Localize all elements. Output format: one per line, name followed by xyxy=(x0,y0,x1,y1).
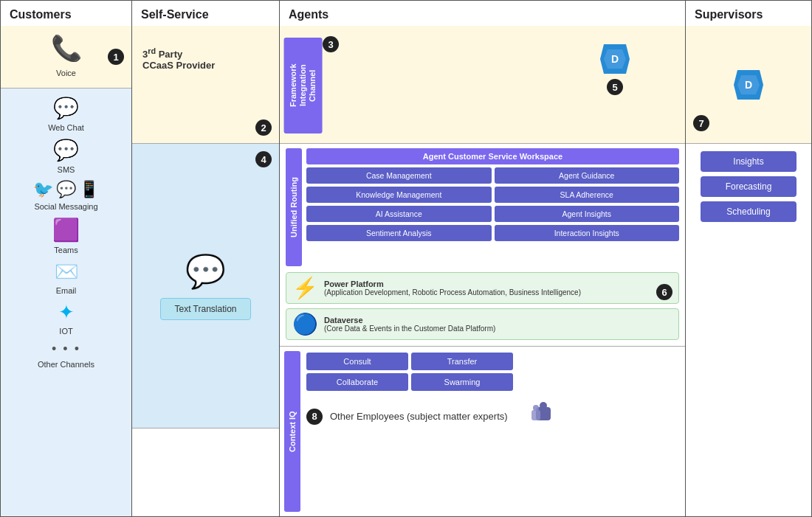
iot-label: IOT xyxy=(59,327,72,336)
social-icons-row: 🐦 💬 📱 xyxy=(33,180,99,199)
supervisors-column: Supervisors D 7 Insights Forecasting Sch… xyxy=(686,1,811,516)
cell-agent-guidance: Agent Guidance xyxy=(495,167,680,184)
unified-routing-bar: Unified Routing xyxy=(286,148,302,266)
workspace-row-4: Sentiment Analysis Interaction Insights xyxy=(306,225,679,241)
cell-knowledge-management: Knowledge Management xyxy=(306,187,492,203)
badge-6: 6 xyxy=(656,284,672,300)
svg-text:D: D xyxy=(745,79,752,91)
customers-title: Customers xyxy=(1,1,131,26)
social-messaging-label: Social Messaging xyxy=(34,202,97,211)
dataverse-title: Dataverse xyxy=(324,316,495,325)
other-employees-area: Consult Transfer Collaborate Swarming 8 … xyxy=(300,347,685,516)
dataverse-section: 🔵 Dataverse (Core Data & Events in the C… xyxy=(286,308,679,340)
cell-sentiment-analysis: Sentiment Analysis xyxy=(306,225,492,241)
agents-column: Agents Channel Integration Framework 3 D… xyxy=(280,1,686,516)
dynamics-logo-supervisors: D xyxy=(730,66,767,103)
selfservice-footer xyxy=(132,428,279,516)
cell-transfer: Transfer xyxy=(411,353,513,370)
context-iq-bar: Context IQ xyxy=(284,351,300,512)
supervisors-bottom-section: Insights Forecasting Scheduling xyxy=(686,144,811,516)
customers-voice-section: 📞 Voice 1 xyxy=(1,26,131,89)
cell-consult: Consult xyxy=(306,353,408,370)
twitter-icon: 🐦 xyxy=(33,180,53,199)
webchat-icon: 💬 xyxy=(53,96,79,120)
text-translation-label: Text Translation xyxy=(174,304,236,314)
email-icon: ✉️ xyxy=(55,260,78,283)
iot-icon: ✦ xyxy=(58,301,75,324)
email-item: ✉️ Email xyxy=(55,260,78,295)
cell-swarming: Swarming xyxy=(411,373,513,391)
badge-1: 1 xyxy=(108,49,124,65)
badge-8: 8 xyxy=(306,409,323,425)
voice-icon: 📞 xyxy=(51,33,82,63)
voice-label: Voice xyxy=(56,69,76,77)
workspace-row-2: Knowledge Management SLA Adherence xyxy=(306,187,679,203)
cell-case-management: Case Management xyxy=(306,167,492,184)
other-employees-label: Other Employees (subject matter experts) xyxy=(330,411,508,422)
power-platform-icon: ⚡ xyxy=(292,276,318,300)
iot-item: ✦ IOT xyxy=(58,301,75,336)
text-translation-section: 4 💬 Text Translation xyxy=(132,144,279,428)
workspace-row-3: AI Assistance Agent Insights xyxy=(306,206,679,222)
cell-interaction-insights: Interaction Insights xyxy=(495,225,680,241)
forecasting-button[interactable]: Forecasting xyxy=(701,176,796,197)
power-platform-title: Power Platform xyxy=(324,280,581,288)
cell-sla-adherence: SLA Adherence xyxy=(495,187,680,203)
sms-icon: 💬 xyxy=(53,138,79,162)
power-platform-text: Power Platform (Application Development,… xyxy=(324,280,581,296)
employee-grid: Consult Transfer Collaborate Swarming xyxy=(306,353,513,391)
teams-logo-employees xyxy=(527,397,560,436)
other-channels-item: • • • Other Channels xyxy=(38,341,94,369)
dataverse-icon: 🔵 xyxy=(292,312,318,336)
sms-item: 💬 SMS xyxy=(53,138,79,174)
dynamics-agents-section: D 5 xyxy=(596,41,633,95)
agents-workspace-section: Unified Routing Agent Customer Service W… xyxy=(280,144,685,269)
workspace-top-bar: Agent Customer Service Workspace xyxy=(306,148,679,164)
email-label: Email xyxy=(56,286,77,295)
dataverse-text: Dataverse (Core Data & Events in the Cus… xyxy=(324,316,495,333)
whatsapp-icon: 📱 xyxy=(79,180,99,199)
ccaas-section: 3rd PartyCCaaS Provider 2 xyxy=(132,26,279,144)
webchat-item: 💬 Web Chat xyxy=(48,96,84,132)
svg-point-6 xyxy=(533,405,539,411)
insights-button[interactable]: Insights xyxy=(701,151,796,172)
party3-label: 3rd PartyCCaaS Provider xyxy=(142,46,269,71)
teams-icon: 🟪 xyxy=(52,217,80,243)
webchat-label: Web Chat xyxy=(48,123,84,132)
dynamics-logo-agents: D xyxy=(596,41,633,77)
badge-5: 5 xyxy=(607,79,623,95)
agents-lower-section: Context IQ Consult Transfer Collaborate … xyxy=(280,346,685,516)
teams-item: 🟪 Teams xyxy=(52,217,80,254)
other-channels-icon: • • • xyxy=(52,341,80,357)
cell-collaborate: Collaborate xyxy=(306,373,408,391)
cell-agent-insights: Agent Insights xyxy=(495,206,680,222)
supervisors-title: Supervisors xyxy=(686,1,811,26)
svg-rect-5 xyxy=(531,410,540,420)
supervisors-top-section: D 7 xyxy=(686,26,811,144)
other-employees-label-row: 8 Other Employees (subject matter expert… xyxy=(306,397,679,436)
workspace-grid: Agent Customer Service Workspace Case Ma… xyxy=(306,148,679,266)
badge-4: 4 xyxy=(255,151,272,167)
other-channels-label: Other Channels xyxy=(38,360,94,369)
teams-label: Teams xyxy=(54,246,78,254)
svg-text:D: D xyxy=(611,53,619,65)
badge-7: 7 xyxy=(693,115,709,131)
main-container: Customers 📞 Voice 1 💬 Web Chat 💬 SMS 🐦 xyxy=(0,0,812,517)
sms-label: SMS xyxy=(58,165,75,174)
channel-integration-bar: Channel Integration Framework xyxy=(284,38,323,133)
text-translation-box: Text Translation xyxy=(160,298,250,320)
badge-3: 3 xyxy=(323,36,339,52)
scheduling-button[interactable]: Scheduling xyxy=(701,201,796,222)
svg-point-4 xyxy=(540,402,547,409)
customers-column: Customers 📞 Voice 1 💬 Web Chat 💬 SMS 🐦 xyxy=(1,1,132,516)
customers-channels-section: 💬 Web Chat 💬 SMS 🐦 💬 📱 Social Messaging … xyxy=(1,89,131,516)
power-platform-section: ⚡ Power Platform (Application Developmen… xyxy=(286,272,679,304)
dataverse-sub: (Core Data & Events in the Customer Data… xyxy=(324,325,495,333)
agents-top-section: Channel Integration Framework 3 D 5 xyxy=(280,26,685,144)
workspace-row-1: Case Management Agent Guidance xyxy=(306,167,679,184)
selfservice-column: Self-Service 3rd PartyCCaaS Provider 2 4… xyxy=(132,1,280,516)
power-platform-sub: (Application Development, Robotic Proces… xyxy=(324,288,581,296)
badge-2: 2 xyxy=(255,119,272,136)
agents-title: Agents xyxy=(280,1,685,26)
facebook-icon: 💬 xyxy=(56,180,76,199)
